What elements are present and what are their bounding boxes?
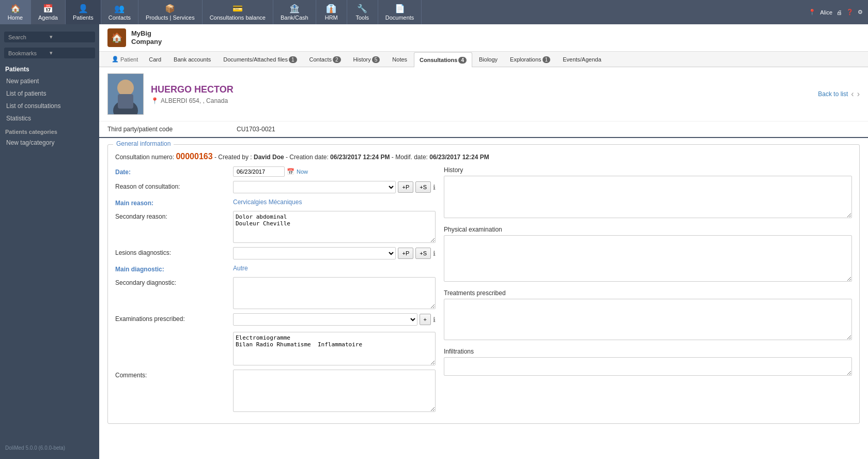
nav-home[interactable]: 🏠 Home (0, 0, 31, 24)
treatments-group: Treatments prescribed (444, 289, 852, 342)
treatments-textarea[interactable] (444, 299, 852, 340)
physical-exam-textarea[interactable] (444, 235, 852, 282)
patient-tabs: 👤 Patient Card Bank accounts Documents/A… (99, 52, 868, 67)
col-left: Date: 📅 Now Reason of consultation: +P (115, 166, 436, 416)
user-name: Alice (820, 9, 832, 16)
secondary-reason-textarea[interactable]: Dolor abdominal Douleur Cheville (233, 211, 436, 243)
prev-arrow-icon[interactable]: ‹ (851, 89, 854, 99)
consultations-balance-icon: 💳 (233, 4, 243, 13)
section-title: General information (113, 140, 174, 147)
sidebar-item-list-patients[interactable]: List of patients (0, 87, 99, 100)
back-to-list[interactable]: Back to list ‹ › (818, 89, 860, 99)
reason-label: Reason of consultation: (115, 181, 229, 190)
reason-select[interactable] (233, 181, 396, 193)
tab-contacts[interactable]: Contacts2 (304, 52, 347, 67)
sidebar: Search ▾ Bookmarks ▾ Patients New patien… (0, 24, 99, 459)
company-logo: 🏠 (107, 28, 126, 47)
history-label: History (444, 166, 852, 174)
tab-explorations[interactable]: Explorations1 (504, 52, 556, 67)
tab-bank-accounts[interactable]: Bank accounts (168, 52, 216, 67)
nav-products-services[interactable]: 📦 Products | Services (138, 0, 203, 24)
secondary-diagnostic-label: Secondary diagnostic: (115, 277, 229, 286)
secondary-diagnostic-textarea[interactable] (233, 277, 436, 309)
code-value: CU1703-0021 (237, 126, 275, 133)
nav-consultations-balance[interactable]: 💳 Consultations balance (203, 0, 273, 24)
lesions-info-icon[interactable]: ℹ (433, 250, 436, 257)
comments-textarea[interactable] (233, 370, 436, 412)
reason-info-icon[interactable]: ℹ (433, 183, 436, 191)
consultation-number: 00000163 (176, 152, 212, 161)
company-name: MyBigCompany (131, 29, 162, 45)
infiltrations-textarea[interactable] (444, 357, 852, 376)
home-icon: 🏠 (10, 4, 21, 13)
nav-products-label: Products | Services (146, 14, 195, 21)
logo-bar: 🏠 MyBigCompany (99, 24, 868, 52)
exam-info-icon[interactable]: ℹ (433, 316, 436, 324)
tab-notes[interactable]: Notes (386, 52, 413, 67)
nav-documents[interactable]: 📄 Documents (378, 0, 422, 24)
search-input[interactable]: Search ▾ (4, 32, 95, 42)
patient-header: HUERGO HECTOR 📍 ALBERDI 654, , Canada Ba… (99, 67, 868, 121)
sidebar-item-list-consultations[interactable]: List of consultations (0, 100, 99, 112)
sidebar-item-new-tag[interactable]: New tag/category (0, 136, 99, 149)
sidebar-item-statistics[interactable]: Statistics (0, 112, 99, 125)
bookmarks-dropdown[interactable]: Bookmarks ▾ (4, 48, 95, 58)
exam-select[interactable] (233, 313, 417, 326)
secondary-reason-label: Secondary reason: (115, 211, 229, 220)
tab-biology[interactable]: Biology (473, 52, 503, 67)
help-icon[interactable]: ❓ (846, 9, 854, 16)
nav-contacts[interactable]: 👥 Contacts (101, 0, 138, 24)
patient-photo-inner (107, 73, 144, 115)
svg-point-1 (117, 80, 134, 96)
examinations-textarea[interactable]: Electromiogramme Bilan Radio Rhumatisme … (233, 332, 436, 365)
nav-tools[interactable]: 🔧 Tools (347, 0, 378, 24)
examinations-row: Examinations prescribed: + ℹ (115, 313, 436, 326)
tab-history[interactable]: History5 (348, 52, 386, 67)
nav-hrm-label: HRM (325, 14, 338, 21)
date-row: Date: 📅 Now (115, 166, 436, 177)
documents-badge: 1 (289, 56, 297, 63)
now-link[interactable]: Now (297, 169, 308, 175)
lesions-select[interactable] (233, 247, 396, 259)
reason-plus-s-button[interactable]: +S (415, 181, 431, 193)
examinations-label: Examinations prescribed: (115, 313, 229, 323)
two-col-layout: Date: 📅 Now Reason of consultation: +P (115, 166, 852, 416)
exam-plus-button[interactable]: + (420, 314, 431, 325)
nav-patients[interactable]: 👤 Patients (66, 0, 101, 24)
calendar-icon[interactable]: 📅 (287, 168, 295, 175)
history-textarea[interactable] (444, 176, 852, 218)
history-group: History (444, 166, 852, 220)
next-arrow-icon[interactable]: › (857, 89, 860, 99)
svg-rect-3 (118, 94, 133, 109)
user-location-icon: 📍 (809, 9, 816, 16)
explorations-badge: 1 (542, 56, 551, 63)
date-input[interactable] (233, 166, 285, 177)
main-reason-label: Main reason: (115, 197, 229, 207)
tab-card[interactable]: Card (143, 52, 167, 67)
settings-icon[interactable]: ⚙ (858, 9, 863, 16)
nav-contacts-label: Contacts (109, 14, 131, 21)
location-icon: 📍 (151, 97, 159, 104)
infiltrations-label: Infiltrations (444, 348, 852, 355)
agenda-icon: 📅 (43, 4, 53, 13)
version-label: DoliMed 5.0.0 (6.0.0-beta) (0, 441, 99, 455)
creation-date: 06/23/2017 12:24 PM (330, 154, 390, 161)
print-icon[interactable]: 🖨 (836, 9, 842, 16)
patients-categories-title: Patients categories (0, 125, 99, 136)
tab-documents[interactable]: Documents/Attached files1 (218, 52, 302, 67)
nav-hrm[interactable]: 👔 HRM (316, 0, 347, 24)
consultation-numero: Consultation numero: 00000163 - Created … (115, 150, 852, 161)
sidebar-item-new-patient[interactable]: New patient (0, 75, 99, 87)
reason-plus-p-button[interactable]: +P (398, 181, 413, 193)
examinations-textarea-row: Electromiogramme Bilan Radio Rhumatisme … (115, 330, 436, 365)
history-badge: 5 (372, 56, 380, 63)
patient-address: 📍 ALBERDI 654, , Canada (151, 97, 234, 104)
nav-agenda[interactable]: 📅 Agenda (31, 0, 66, 24)
contacts-icon: 👥 (114, 4, 125, 13)
lesions-plus-s-button[interactable]: +S (415, 248, 431, 259)
tab-events-agenda[interactable]: Events/Agenda (557, 52, 607, 67)
nav-bank-cash[interactable]: 🏦 Bank/Cash (273, 0, 316, 24)
lesions-plus-p-button[interactable]: +P (398, 248, 413, 259)
nav-tools-label: Tools (355, 14, 369, 21)
tab-consultations[interactable]: Consultations4 (414, 52, 472, 67)
